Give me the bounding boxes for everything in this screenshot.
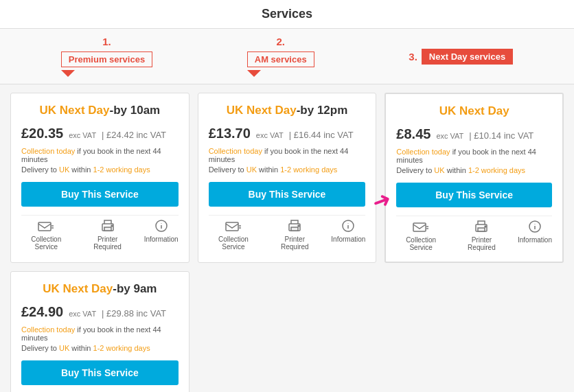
card-10am-title-black: -by 10am (110, 104, 161, 117)
card-12pm-info-label: Information (331, 235, 365, 243)
card-10am-vat: | £24.42 inc VAT (102, 130, 166, 140)
card-nextday-price-row: £8.45 exc VAT | £10.14 inc VAT (396, 126, 552, 142)
card-9am-title-orange: UK Next Day (43, 282, 113, 295)
card-10am-collection-highlight: Collection today (21, 147, 75, 155)
card-12pm-icons-row: Collection Service Printer Required Info… (209, 215, 366, 251)
page-header: Services (0, 0, 574, 29)
card-nextday-collection-highlight: Collection today (396, 148, 450, 156)
card-nextday-printer-icon-item: Printer Required (459, 220, 504, 251)
card-12pm-title-black: -by 12pm (297, 104, 348, 117)
tab-premium-arrow (61, 70, 75, 77)
card-10am-collection-label: Collection Service (21, 235, 71, 251)
card-9am-delivery-uk: UK (59, 344, 69, 352)
service-card-10am: UK Next Day-by 10am £20.35 exc VAT | £24… (10, 93, 190, 263)
tab-am-arrow (247, 70, 261, 77)
card-9am-vat: | £29.88 inc VAT (102, 308, 166, 319)
tab-nextday-label: Next Day services (422, 49, 513, 65)
card-10am-delivery-days: 1-2 working days (93, 165, 150, 174)
card-nextday-collection-label: Collection Service (396, 236, 446, 251)
svg-rect-9 (226, 222, 238, 231)
tab-premium-label: Premium services (61, 51, 152, 67)
tab-am[interactable]: 2. AM services (247, 36, 314, 77)
card-12pm-vat: | £16.44 inc VAT (289, 130, 354, 140)
card-12pm-collection-highlight: Collection today (209, 147, 262, 155)
card-12pm-price-main: £13.70 (209, 126, 251, 141)
category-tabs: 1. Premium services 2. AM services 3. Ne… (0, 29, 574, 84)
svg-point-14 (298, 225, 299, 227)
card-9am-title-black: -by 9am (113, 282, 157, 295)
collection-service-icon (38, 219, 54, 233)
collection-service-icon-2 (225, 219, 242, 233)
card-12pm-delivery-uk: UK (246, 165, 257, 174)
card-10am-title-orange: UK Next Day (39, 104, 109, 117)
card-10am-printer-label: Printer Required (85, 235, 130, 251)
card-12pm-delivery: Delivery to UK within 1-2 working days (209, 165, 366, 174)
card-nextday-collection: Collection today if you book in the next… (396, 148, 552, 164)
card-10am-info-icon-item: Information (144, 219, 179, 251)
printer-required-icon-2 (286, 219, 303, 233)
svg-point-8 (161, 223, 161, 224)
card-10am-buy-button[interactable]: Buy This Service (21, 182, 179, 207)
cards-grid: UK Next Day-by 10am £20.35 exc VAT | £24… (0, 84, 574, 392)
svg-point-17 (348, 223, 349, 224)
card-12pm-info-icon-item: Information (331, 219, 365, 251)
card-nextday-info-icon-item: Information (518, 220, 552, 251)
card-nextday-vat: | £10.14 inc VAT (469, 130, 533, 141)
card-nextday-icons-row: Collection Service Printer Required Info… (396, 216, 552, 251)
svg-rect-0 (38, 222, 51, 231)
card-10am-collection: Collection today if you book in the next… (21, 147, 179, 163)
card-12pm-buy-button[interactable]: Buy This Service (209, 182, 366, 207)
card-9am-buy-button[interactable]: Buy This Service (21, 360, 179, 385)
card-9am-delivery: Delivery to UK within 1-2 working days (21, 344, 179, 352)
card-nextday-exc-label: exc VAT (436, 132, 463, 140)
card-nextday-delivery-uk: UK (434, 166, 444, 174)
card-12pm-collection: Collection today if you book in the next… (209, 147, 366, 163)
card-10am-icons-row: Collection Service Printer Required Info… (21, 215, 179, 251)
card-10am-delivery: Delivery to UK within 1-2 working days (21, 165, 179, 174)
card-nextday-buy-button[interactable]: Buy This Service (396, 183, 552, 207)
svg-rect-18 (413, 223, 426, 231)
service-card-9am: UK Next Day-by 9am £24.90 exc VAT | £29.… (10, 271, 190, 392)
card-10am-price-main: £20.35 (21, 126, 63, 141)
svg-point-26 (534, 224, 535, 224)
card-10am-exc-label: exc VAT (69, 131, 96, 139)
svg-rect-4 (104, 227, 111, 231)
tab-premium-number: 1. (102, 36, 111, 47)
card-9am-price-main: £24.90 (21, 304, 63, 320)
card-9am-title: UK Next Day-by 9am (21, 282, 179, 296)
card-12pm-printer-label: Printer Required (272, 235, 317, 251)
collection-service-icon-3 (413, 220, 429, 233)
card-12pm-printer-icon-item: Printer Required (272, 219, 317, 251)
svg-point-5 (111, 225, 113, 227)
card-9am-collection: Collection today if you book in the next… (21, 325, 179, 342)
svg-rect-22 (478, 228, 485, 231)
card-10am-delivery-uk: UK (59, 165, 69, 174)
card-nextday-delivery: Delivery to UK within 1-2 working days (396, 166, 552, 174)
card-12pm-collection-icon-item: Collection Service (209, 219, 259, 251)
information-icon (153, 219, 170, 233)
printer-required-icon (100, 219, 116, 233)
card-10am-title: UK Next Day-by 10am (21, 104, 179, 117)
tab-nextday[interactable]: 3. Next Day services (409, 49, 513, 65)
card-10am-price-row: £20.35 exc VAT | £24.42 inc VAT (21, 126, 179, 141)
card-nextday-title: UK Next Day (396, 104, 552, 118)
card-10am-printer-icon-item: Printer Required (85, 219, 130, 251)
card-9am-exc-label: exc VAT (69, 310, 96, 318)
card-nextday-collection-icon-item: Collection Service (396, 220, 446, 251)
card-10am-collection-icon-item: Collection Service (21, 219, 71, 251)
card-9am-price-row: £24.90 exc VAT | £29.88 inc VAT (21, 304, 179, 320)
card-12pm-exc-label: exc VAT (256, 131, 284, 139)
card-nextday-printer-label: Printer Required (459, 236, 504, 251)
card-12pm-collection-label: Collection Service (209, 235, 259, 251)
svg-point-23 (485, 226, 486, 227)
card-9am-delivery-days: 1-2 working days (93, 344, 150, 352)
tab-am-label: AM services (247, 51, 314, 67)
card-12pm-price-row: £13.70 exc VAT | £16.44 inc VAT (209, 126, 366, 141)
printer-required-icon-3 (473, 220, 490, 233)
card-nextday-delivery-days: 1-2 working days (468, 166, 525, 174)
card-9am-collection-highlight: Collection today (21, 325, 75, 334)
card-12pm-delivery-days: 1-2 working days (280, 165, 337, 174)
svg-rect-13 (291, 227, 298, 231)
tab-am-number: 2. (276, 36, 285, 47)
tab-premium[interactable]: 1. Premium services (61, 36, 152, 77)
